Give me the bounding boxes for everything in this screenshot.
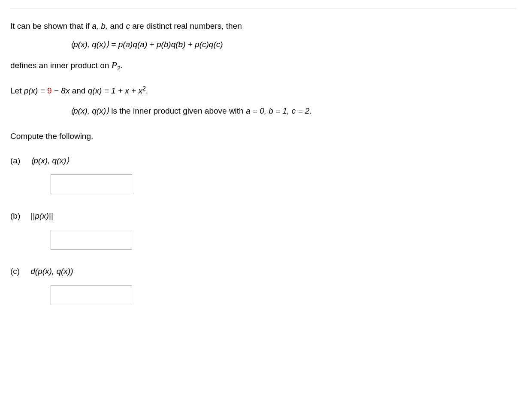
intro-line-2: defines an inner product on P2.	[10, 58, 517, 73]
question-container: It can be shown that if a, b, and c are …	[10, 9, 517, 305]
part-c-expression: d(p(x), q(x))	[30, 265, 73, 278]
part-c-input[interactable]	[51, 286, 132, 305]
p-of-x-eq: p(x) =	[24, 87, 47, 96]
inner-product-params: ⟨p(x), q(x)⟩ is the inner product given …	[70, 105, 517, 117]
period: .	[121, 61, 123, 70]
intro-text-post: are distinct real numbers, then	[130, 21, 242, 30]
part-a-expression: ⟨p(x), q(x)⟩	[30, 155, 69, 167]
inner-expr: ⟨p(x), q(x)⟩	[70, 106, 109, 115]
intro-var-c: c	[126, 21, 130, 30]
abc-assignments: a = 0, b = 1, c = 2.	[246, 106, 312, 115]
intro-line-1: It can be shown that if a, b, and c are …	[10, 20, 517, 33]
let-definition: Let p(x) = 9 − 8x and q(x) = 1 + x + x2.	[10, 84, 517, 97]
part-b-label: (b)	[10, 210, 28, 223]
space-subscript: 2	[117, 65, 121, 72]
space-symbol: P	[112, 60, 117, 70]
intro-text-pre: It can be shown that if	[10, 21, 92, 30]
part-c: (c) d(p(x), q(x))	[10, 265, 517, 305]
q-of-x: q(x) = 1 + x + x	[88, 87, 142, 96]
part-a-label: (a)	[10, 155, 28, 167]
q-exponent: 2	[142, 85, 146, 92]
compute-prompt: Compute the following.	[10, 130, 517, 143]
let-end: .	[146, 87, 148, 96]
intro-vars-ab: a, b,	[92, 21, 108, 30]
inner-desc: is the inner product given above with	[109, 106, 246, 115]
part-b: (b) ||p(x)||	[10, 210, 517, 250]
part-b-expression: ||p(x)||	[30, 210, 53, 223]
part-a: (a) ⟨p(x), q(x)⟩	[10, 154, 517, 194]
intro-text-mid: and	[108, 21, 126, 30]
part-b-input[interactable]	[51, 230, 132, 250]
part-c-label: (c)	[10, 265, 28, 278]
defines-text: defines an inner product on	[10, 61, 112, 70]
let-word: Let	[10, 87, 24, 96]
and-word: and	[70, 87, 88, 96]
inner-product-definition: ⟨p(x), q(x)⟩ = p(a)q(a) + p(b)q(b) + p(c…	[70, 39, 517, 51]
part-a-input[interactable]	[51, 174, 132, 194]
p-rest: − 8x	[52, 87, 70, 96]
p-constant: 9	[47, 87, 52, 96]
